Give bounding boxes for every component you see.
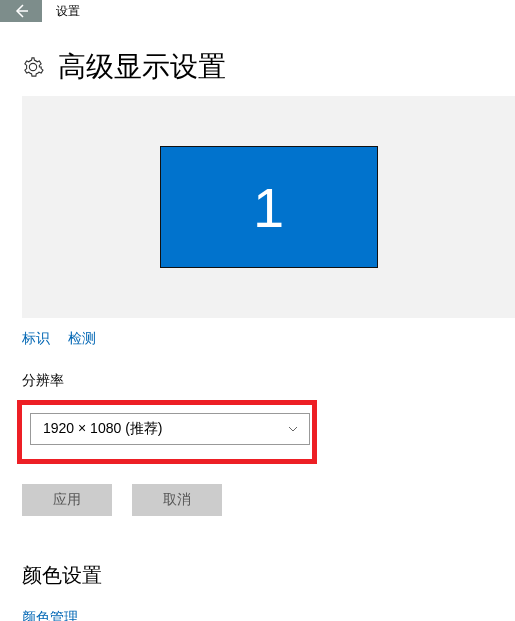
color-section-title: 颜色设置: [22, 562, 493, 589]
cancel-button[interactable]: 取消: [132, 484, 222, 516]
detect-link[interactable]: 检测: [68, 330, 96, 348]
page-title: 高级显示设置: [58, 48, 226, 86]
gear-icon: [22, 56, 44, 78]
resolution-select[interactable]: 1920 × 1080 (推荐): [30, 413, 310, 445]
page-title-row: 高级显示设置: [22, 48, 493, 86]
resolution-label: 分辨率: [22, 372, 493, 390]
identify-link[interactable]: 标识: [22, 330, 50, 348]
arrow-left-icon: [12, 2, 30, 20]
monitor-1[interactable]: 1: [160, 146, 378, 268]
monitor-number: 1: [253, 175, 284, 240]
apply-button[interactable]: 应用: [22, 484, 112, 516]
highlight-annotation: 1920 × 1080 (推荐): [17, 400, 317, 464]
button-row: 应用 取消: [22, 484, 493, 516]
display-links-row: 标识 检测: [22, 330, 493, 348]
title-bar: 设置: [0, 0, 515, 22]
back-button[interactable]: [0, 0, 42, 22]
window-title: 设置: [42, 0, 515, 22]
color-management-link[interactable]: 颜色管理: [22, 609, 493, 621]
chevron-down-icon: [287, 423, 299, 435]
resolution-value: 1920 × 1080 (推荐): [43, 420, 162, 438]
display-preview-panel: 1: [22, 96, 515, 318]
